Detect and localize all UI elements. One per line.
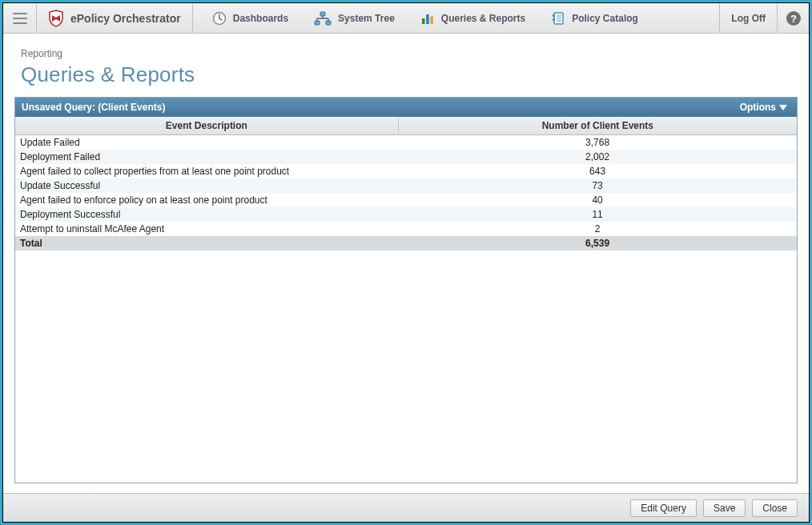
table-row[interactable]: Update Failed 3,768 [15,135,797,150]
table-row[interactable]: Deployment Successful 11 [15,207,797,222]
top-bar: ePolicy Orchestrator Dashboards [3,3,809,34]
save-button[interactable]: Save [703,499,746,517]
brand[interactable]: ePolicy Orchestrator [37,3,193,33]
cell-desc: Update Successful [15,178,398,193]
nav-system-tree[interactable]: System Tree [301,3,408,33]
page-title: Queries & Reports [21,62,791,87]
cell-count: 40 [398,193,797,207]
footer-bar: Edit Query Save Close [3,493,809,522]
cell-desc: Deployment Successful [15,207,398,222]
cell-desc: Update Failed [15,135,398,150]
breadcrumb: Reporting [21,48,791,59]
bar-chart-icon [420,11,435,26]
cell-count: 11 [398,207,797,222]
results-table: Event Description Number of Client Event… [15,117,797,250]
options-button[interactable]: Options [737,101,790,114]
cell-count: 643 [398,164,797,178]
query-panel: Unsaved Query: (Client Events) Options E… [14,97,798,483]
col-event-description[interactable]: Event Description [15,117,398,135]
total-count: 6,539 [398,236,797,250]
table-row[interactable]: Agent failed to enforce policy on at lea… [15,193,797,207]
table-row[interactable]: Deployment Failed 2,002 [15,150,797,164]
hamburger-icon [13,13,27,24]
svg-rect-6 [430,16,433,24]
nav-queries-reports[interactable]: Queries & Reports [408,3,538,33]
logoff-label: Log Off [731,13,766,24]
edit-query-button[interactable]: Edit Query [630,499,697,517]
mcafee-shield-icon [48,10,64,27]
nav-label: Queries & Reports [441,13,525,24]
svg-rect-5 [426,14,429,24]
menu-button[interactable] [3,3,37,33]
svg-text:?: ? [790,12,797,24]
cell-desc: Agent failed to collect properties from … [15,164,398,178]
table-row[interactable]: Update Successful 73 [15,178,797,193]
options-label: Options [740,102,776,113]
cell-desc: Attempt to uninstall McAfee Agent [15,222,398,236]
nav-dashboards[interactable]: Dashboards [199,3,301,33]
page-header: Reporting Queries & Reports [3,34,809,94]
table-total-row: Total 6,539 [15,236,797,250]
nav-label: Dashboards [233,13,288,24]
cell-desc: Agent failed to enforce policy on at lea… [15,193,398,207]
top-nav: Dashboards System Tree [193,3,720,33]
svg-rect-8 [553,14,555,17]
cell-count: 2 [398,222,797,236]
svg-rect-9 [553,18,555,21]
catalog-icon [551,11,565,26]
table-row[interactable]: Attempt to uninstall McAfee Agent 2 [15,222,797,236]
cell-count: 73 [398,178,797,193]
chevron-down-icon [779,105,787,110]
cell-count: 2,002 [398,150,797,164]
col-event-count[interactable]: Number of Client Events [398,117,797,135]
svg-rect-2 [315,21,320,25]
svg-rect-4 [422,18,425,24]
cell-count: 3,768 [398,135,797,150]
help-button[interactable]: ? [777,3,809,33]
query-title: Unsaved Query: (Client Events) [22,102,165,113]
help-icon: ? [786,10,802,26]
clock-icon [212,11,227,26]
brand-name: ePolicy Orchestrator [70,12,181,25]
cell-desc: Deployment Failed [15,150,398,164]
svg-rect-1 [320,12,325,16]
total-label: Total [15,236,398,250]
svg-rect-3 [326,21,331,25]
tree-icon [314,11,332,26]
nav-label: System Tree [338,13,395,24]
query-titlebar: Unsaved Query: (Client Events) Options [15,98,797,117]
nav-label: Policy Catalog [572,13,638,24]
nav-policy-catalog[interactable]: Policy Catalog [538,3,651,33]
table-row[interactable]: Agent failed to collect properties from … [15,164,797,178]
logoff-button[interactable]: Log Off [719,3,777,33]
close-button[interactable]: Close [752,499,798,517]
